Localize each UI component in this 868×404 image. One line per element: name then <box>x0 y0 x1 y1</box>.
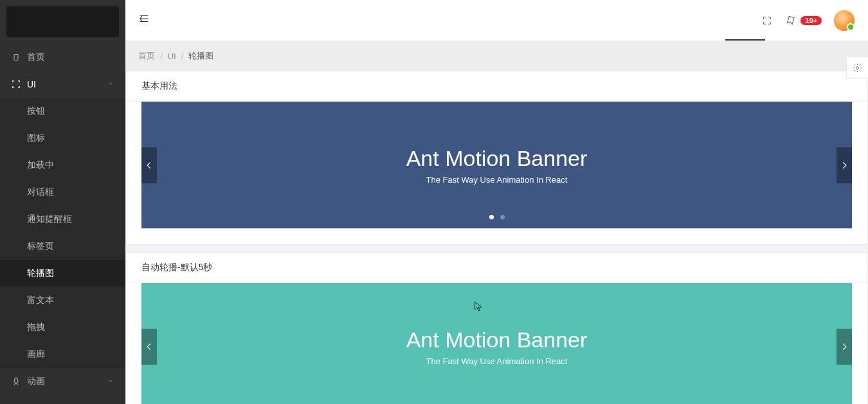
notification-badge: 10+ <box>800 16 822 25</box>
breadcrumb-separator: / <box>181 51 184 61</box>
gear-icon <box>853 63 862 73</box>
sidebar-item-button[interactable]: 按钮 <box>0 98 125 125</box>
banner-subtitle: The Fast Way Use Animation In React <box>426 356 568 366</box>
card-title: 自动轮播-默认5秒 <box>126 253 867 283</box>
sidebar-item-label: 拖拽 <box>27 322 45 333</box>
sidebar-item-icon[interactable]: 图标 <box>0 125 125 152</box>
sidebar-item-ui[interactable]: UI <box>0 71 125 98</box>
breadcrumb: 首页 / UI / 轮播图 <box>125 41 868 71</box>
sidebar-item-label: 通知提醒框 <box>27 214 72 225</box>
breadcrumb-ui[interactable]: UI <box>168 51 176 61</box>
sidebar-item-label: 图标 <box>27 133 45 144</box>
sidebar-item-loading[interactable]: 加载中 <box>0 152 125 179</box>
sidebar-item-label: 标签页 <box>27 241 54 252</box>
sidebar-item-notification[interactable]: 通知提醒框 <box>0 206 125 233</box>
sidebar-item-label: 动画 <box>27 376 45 387</box>
sidebar-item-richtext[interactable]: 富文本 <box>0 287 125 314</box>
sidebar-item-carousel[interactable]: 轮播图 <box>0 260 125 287</box>
notification-icon <box>785 14 798 27</box>
sidebar-item-drag[interactable]: 拖拽 <box>0 314 125 341</box>
card-basic: 基本用法 Ant Motion Banner The Fast Way Use … <box>125 71 868 244</box>
sidebar-submenu-ui: 按钮 图标 加载中 对话框 通知提醒框 标签页 轮播图 富文本 拖拽 画廊 <box>0 98 125 368</box>
sidebar-item-label: 加载中 <box>27 160 54 171</box>
carousel-dot[interactable] <box>489 215 494 219</box>
avatar[interactable] <box>833 10 855 32</box>
svg-rect-0 <box>14 55 18 60</box>
sidebar-item-gallery[interactable]: 画廊 <box>0 341 125 368</box>
svg-point-1 <box>856 66 859 69</box>
content-area: 基本用法 Ant Motion Banner The Fast Way Use … <box>125 71 868 404</box>
carousel-dot[interactable] <box>500 215 505 219</box>
sidebar-item-label: 画廊 <box>27 349 45 360</box>
mobile-icon <box>12 53 21 62</box>
notification-button[interactable]: 10+ <box>785 14 822 27</box>
breadcrumb-separator: / <box>160 51 163 61</box>
fullscreen-icon[interactable] <box>761 14 773 27</box>
breadcrumb-current: 轮播图 <box>188 50 213 62</box>
card-title: 基本用法 <box>126 71 867 102</box>
menu-fold-icon[interactable] <box>138 13 150 28</box>
sidebar-item-label: UI <box>27 79 36 89</box>
carousel-dots <box>489 215 505 219</box>
card-auto: 自动轮播-默认5秒 Ant Motion Banner The Fast Way… <box>125 252 868 404</box>
chevron-up-icon <box>107 80 114 88</box>
carousel-next-button[interactable] <box>836 147 852 183</box>
banner-title: Ant Motion Banner <box>406 146 588 171</box>
banner-subtitle: The Fast Way Use Animation In React <box>426 175 568 185</box>
carousel-basic: Ant Motion Banner The Fast Way Use Anima… <box>141 102 852 228</box>
settings-drawer-button[interactable] <box>846 57 868 78</box>
sidebar-item-label: 富文本 <box>27 295 54 306</box>
header: 10+ <box>125 0 868 41</box>
sidebar-item-label: 对话框 <box>27 187 54 198</box>
sidebar-item-label: 首页 <box>27 51 45 63</box>
active-tab-indicator <box>725 39 765 41</box>
carousel-prev-button[interactable] <box>141 147 157 183</box>
sidebar-item-dialog[interactable]: 对话框 <box>0 179 125 206</box>
logo <box>6 6 119 37</box>
scan-icon <box>12 80 21 89</box>
carousel-next-button[interactable] <box>836 329 852 365</box>
banner-title: Ant Motion Banner <box>406 327 588 353</box>
sidebar-item-animation[interactable]: 动画 <box>0 368 125 395</box>
sidebar-item-label: 轮播图 <box>27 268 54 279</box>
sidebar-item-home[interactable]: 首页 <box>0 44 125 71</box>
breadcrumb-home[interactable]: 首页 <box>138 50 155 62</box>
chevron-down-icon <box>107 378 114 385</box>
sidebar: 首页 UI 按钮 图标 加载中 对话框 通知提醒框 标签页 轮播图 富文本 拖拽… <box>0 0 125 404</box>
carousel-prev-button[interactable] <box>141 329 157 365</box>
sidebar-item-tabs[interactable]: 标签页 <box>0 233 125 260</box>
rocket-icon <box>12 377 21 386</box>
sidebar-item-label: 按钮 <box>27 106 45 117</box>
carousel-auto: Ant Motion Banner The Fast Way Use Anima… <box>141 283 852 404</box>
